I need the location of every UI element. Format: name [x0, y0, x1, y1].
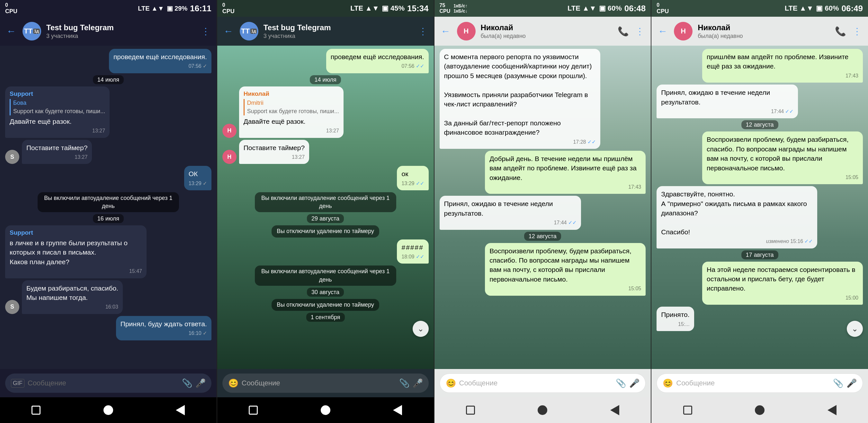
chat-name-2: Test bug Telegram	[264, 23, 413, 32]
msg-meta: 13:27	[26, 154, 87, 161]
bubble: Здравствуйте, понятно.А "примерно" ожида…	[656, 186, 817, 248]
more-icon-1[interactable]: ⋮	[201, 26, 210, 37]
chat-status-1: 3 участника	[46, 33, 196, 39]
msg-row: Воспроизвели проблему, будем разбираться…	[440, 243, 646, 296]
signal-icon-4: LTE ▲▼	[785, 4, 814, 12]
system-msg: Вы отключили удаление по таймеру	[272, 225, 379, 237]
msg-row: Здравствуйте, понятно.А "примерно" ожида…	[656, 186, 863, 248]
avatar-3: Н	[457, 22, 476, 40]
msg-row: Принял, ожидаю в течение недели результа…	[440, 196, 646, 230]
status-left-1: 0CPU	[5, 2, 18, 15]
chat-info-3: Николай была(а) недавно	[481, 23, 613, 39]
scroll-down-btn-4[interactable]: ⌄	[847, 321, 863, 337]
avatar-s: S	[5, 150, 19, 164]
input-field-3[interactable]: 😊 Сообщение 📎 🎤	[440, 373, 646, 393]
attachment-icon-2[interactable]: 📎	[399, 378, 409, 388]
bottom-nav-2	[217, 397, 434, 423]
msg-row: Добрый день. В течение недели мы пришлём…	[440, 151, 646, 194]
back-button-4[interactable]: ←	[658, 26, 668, 37]
nav-back-btn-1[interactable]	[170, 404, 190, 417]
status-bar-4: 0CPU LTE ▲▼ ▣ 60% 06:49	[651, 0, 868, 17]
bubble: На этой неделе постараемся сориентироват…	[702, 262, 863, 305]
time-3: 06:48	[624, 3, 646, 13]
msg-row: ок 13:29✓✓	[222, 166, 429, 190]
nav-back-btn-3[interactable]	[605, 404, 624, 417]
nav-home-btn-4[interactable]	[750, 404, 769, 417]
nav-square-btn-2[interactable]	[244, 404, 263, 417]
phone-icon-4[interactable]: 📞	[835, 26, 846, 37]
mic-icon-1[interactable]: 🎤	[195, 378, 206, 388]
nav-home-btn-2[interactable]	[316, 404, 335, 417]
nav-home-btn-3[interactable]	[533, 404, 552, 417]
mic-icon-4[interactable]: 🎤	[846, 378, 857, 388]
input-field-1[interactable]: GIF Сообщение 📎 🎤	[5, 373, 212, 393]
battery-2: ▣ 45%	[382, 4, 405, 12]
sticker-icon-2[interactable]: 😊	[228, 378, 239, 388]
msg-meta: 13:27	[244, 154, 305, 161]
chat-name-4: Николай	[698, 23, 830, 32]
bottom-nav-4	[651, 397, 868, 423]
msg-row-system: Вы отключили удаление по таймеру	[222, 299, 429, 311]
back-button-1[interactable]: ←	[6, 26, 16, 37]
input-placeholder-4: Сообщение	[676, 379, 830, 387]
date-divider: 14 июля	[222, 77, 429, 83]
bubble: Воспроизвели проблему, будем разбираться…	[702, 131, 863, 184]
msg-meta: 16:10✓	[121, 330, 207, 337]
date-divider: 29 августа	[222, 215, 429, 222]
msg-row-system: Вы отключили удаление по таймеру	[222, 225, 429, 237]
input-bar-2: 😊 Сообщение 📎 🎤	[217, 369, 434, 397]
date-divider: 12 августа	[440, 233, 646, 240]
status-bar-3: 75CPU 1кБ/с↑1кБ/с↓ LTE ▲▼ ▣ 60% 06:48	[434, 0, 651, 17]
nav-square-btn-3[interactable]	[461, 404, 480, 417]
back-button-3[interactable]: ←	[441, 26, 451, 37]
msg-meta: 13:27	[244, 127, 339, 134]
msg-meta: 15:05	[707, 174, 858, 181]
header-icons-3: 📞 ⋮	[618, 26, 644, 37]
nav-square-btn-4[interactable]	[678, 404, 698, 417]
attachment-icon-1[interactable]: 📎	[182, 378, 192, 388]
battery-4: ▣ 60%	[816, 4, 839, 12]
gif-button-1[interactable]: GIF	[11, 379, 24, 388]
input-placeholder-3: Сообщение	[459, 379, 613, 387]
scroll-down-btn[interactable]: ⌄	[413, 321, 429, 337]
system-msg: Вы включили автоудаление сообщений через…	[255, 266, 396, 285]
msg-row: Принято. 15:...	[656, 307, 863, 331]
back-button-2[interactable]: ←	[224, 26, 233, 37]
bubble: Добрый день. В течение недели мы пришлём…	[485, 151, 646, 194]
status-right-1: LTE ▲▼ ▣ 29% 16:11	[138, 3, 212, 13]
more-icon-3[interactable]: ⋮	[636, 26, 644, 37]
mic-icon-2[interactable]: 🎤	[413, 378, 423, 388]
input-field-4[interactable]: 😊 Сообщение 📎 🎤	[656, 373, 863, 393]
attachment-icon-4[interactable]: 📎	[833, 378, 843, 388]
msg-meta: 13:29✓✓	[401, 180, 424, 187]
bubble: пришлём вам апдейт по проблеме. Извините…	[702, 49, 863, 83]
bubble: ок 13:29✓✓	[397, 166, 428, 190]
sticker-icon-3[interactable]: 😊	[446, 378, 456, 388]
bubble: проведем ещё исследования. 07:56✓	[109, 49, 212, 73]
date-divider: 14 июля	[5, 77, 212, 83]
msg-row: ##### 18:09✓✓	[222, 239, 429, 264]
screen3: 75CPU 1кБ/с↑1кБ/с↓ LTE ▲▼ ▣ 60% 06:48 ← …	[434, 0, 651, 423]
status-left-3: 75CPU 1кБ/с↑1кБ/с↓	[440, 3, 468, 14]
more-icon-4[interactable]: ⋮	[852, 26, 862, 37]
bubble: Принял, ожидаю в течение недели результа…	[656, 85, 798, 118]
more-icon-2[interactable]: ⋮	[418, 26, 427, 37]
sticker-icon-4[interactable]: 😊	[663, 378, 673, 388]
attachment-icon-3[interactable]: 📎	[616, 378, 626, 388]
input-field-2[interactable]: 😊 Сообщение 📎 🎤	[222, 373, 429, 393]
nav-square-btn-1[interactable]	[26, 404, 45, 417]
system-msg: Вы включили автоудаление сообщений через…	[255, 192, 396, 212]
msg-row: проведем ещё исследования. 07:56✓✓	[222, 49, 429, 73]
nav-back-btn-2[interactable]	[388, 404, 407, 417]
date-divider: 17 августа	[656, 252, 863, 259]
msg-meta: 15:47	[10, 268, 142, 275]
battery-1: ▣ 29%	[167, 4, 188, 12]
phone-icon-3[interactable]: 📞	[618, 26, 629, 37]
bubble: Николай Dmitrii Support как будете готов…	[239, 87, 344, 138]
input-placeholder-1: Сообщение	[28, 379, 179, 387]
avatar-n: Н	[222, 124, 237, 138]
sender-name: Support	[10, 229, 142, 237]
nav-home-btn-1[interactable]	[99, 404, 118, 417]
mic-icon-3[interactable]: 🎤	[629, 378, 640, 388]
nav-back-btn-4[interactable]	[823, 404, 842, 417]
